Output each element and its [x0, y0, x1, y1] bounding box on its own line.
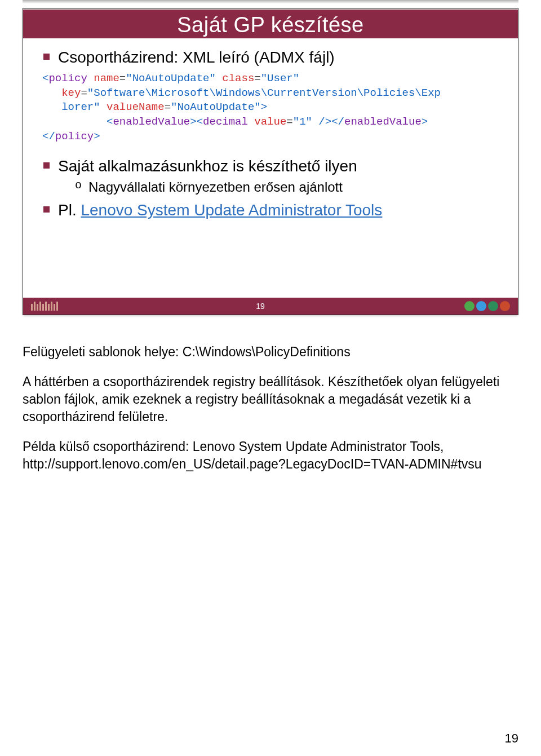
slide-container: Saját GP készítése Csoportházirend: XML …: [23, 8, 518, 315]
code-angle: <: [197, 116, 203, 128]
nav-dot-icon[interactable]: [488, 301, 498, 311]
speaker-notes: Felügyeleti sablonok helye: C:\Windows\P…: [0, 315, 541, 473]
code-angle: <: [107, 116, 113, 128]
slide-top-edge: [23, 0, 518, 3]
code-attr: name: [87, 72, 119, 85]
code-tag: policy: [55, 130, 94, 143]
note-paragraph: A háttérben a csoportházirendek registry…: [23, 373, 518, 426]
code-eq: =: [165, 101, 171, 113]
code-attr: class: [216, 72, 254, 85]
footer-slide-number: 19: [256, 302, 265, 311]
footer-nav-icons: [463, 301, 510, 312]
code-val: "Software\Microsoft\Windows\CurrentVersi…: [87, 87, 441, 99]
code-tag: enabledValue: [344, 116, 422, 128]
code-tag: policy: [48, 72, 87, 85]
code-attr: value: [248, 116, 286, 128]
code-eq: =: [81, 87, 87, 99]
slide-title-bar: Saját GP készítése: [23, 8, 518, 38]
bullet-own-app-text: Saját alkalmazásunkhoz is készíthető ily…: [58, 157, 357, 175]
subbullet-recommended: Nagyvállalati környezetben erősen ajánlo…: [75, 178, 505, 196]
bullet-own-app: Saját alkalmazásunkhoz is készíthető ily…: [43, 156, 505, 196]
code-angle: </: [331, 116, 344, 128]
code-eq: =: [119, 72, 126, 85]
code-angle: />: [312, 116, 331, 128]
code-angle: <: [42, 72, 48, 85]
code-val: "1": [293, 116, 312, 128]
note-paragraph: Felügyeleti sablonok helye: C:\Windows\P…: [23, 343, 518, 361]
code-attr: key: [61, 87, 81, 99]
footer-logo-icon: [31, 302, 58, 311]
nav-dot-icon[interactable]: [464, 301, 475, 311]
slide-title: Saját GP készítése: [23, 13, 518, 37]
link-lenovo-tools[interactable]: Lenovo System Update Administrator Tools: [81, 201, 382, 219]
code-angle: >: [94, 130, 100, 143]
code-val-cont: lorer": [61, 101, 100, 113]
bullet-example-prefix: Pl.: [58, 201, 81, 219]
code-eq: =: [254, 72, 260, 85]
code-block-admx: <policy name="NoAutoUpdate" class="User"…: [36, 72, 505, 144]
code-val: "User": [261, 72, 299, 85]
code-angle: >: [261, 101, 267, 113]
code-val: "NoAutoUpdate": [171, 101, 261, 113]
code-angle: >: [422, 116, 428, 128]
code-eq: =: [286, 116, 292, 128]
code-angle: >: [190, 116, 196, 128]
code-attr: valueName: [100, 101, 165, 113]
slide-footer: 19: [23, 298, 518, 315]
bullet-example: Pl. Lenovo System Update Administrator T…: [43, 200, 505, 220]
code-tag: decimal: [203, 116, 248, 128]
bullet-xml-desc: Csoportházirend: XML leíró (ADMX fájl): [43, 47, 505, 67]
note-paragraph: Példa külső csoportházirend: Lenovo Syst…: [23, 438, 518, 473]
code-angle: </: [42, 130, 55, 143]
slide-body: Csoportházirend: XML leíró (ADMX fájl) <…: [23, 38, 518, 298]
code-val: "NoAutoUpdate": [126, 72, 216, 85]
nav-dot-icon[interactable]: [500, 301, 510, 311]
nav-dot-icon[interactable]: [476, 301, 486, 311]
code-tag: enabledValue: [113, 116, 190, 128]
